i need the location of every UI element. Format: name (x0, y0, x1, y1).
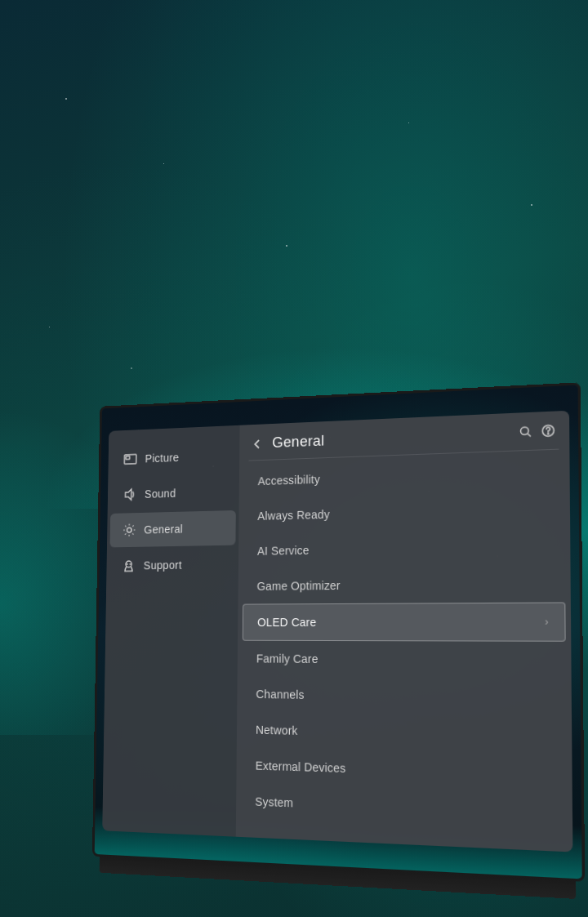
nav-item-general[interactable]: General (110, 510, 236, 547)
submenu-label-game-optimizer: Game Optimizer (257, 579, 341, 593)
sound-icon (122, 487, 137, 502)
svg-line-8 (528, 433, 531, 436)
tv-screen: Picture Sound General (92, 382, 585, 882)
submenu-label-external-devices: Extermal Devices (256, 759, 346, 775)
chevron-right-icon: › (545, 616, 549, 628)
submenu-family-care[interactable]: Family Care (242, 641, 566, 679)
submenu-channels[interactable]: Channels (242, 676, 566, 718)
nav-item-picture[interactable]: Picture (111, 438, 237, 477)
nav-label-general: General (144, 523, 183, 536)
nav-label-picture: Picture (145, 452, 180, 465)
submenu-label-system: System (255, 795, 293, 810)
svg-rect-1 (126, 456, 130, 460)
svg-point-7 (521, 426, 529, 434)
submenu-list: Accessibility Always Ready AI Service Ga… (236, 449, 573, 852)
svg-marker-2 (125, 489, 131, 500)
right-panel-general: General (236, 411, 573, 852)
svg-point-10 (548, 433, 549, 434)
general-icon (122, 522, 136, 537)
nav-item-support[interactable]: Support (109, 547, 236, 583)
header-icons (519, 423, 555, 441)
submenu-oled-care[interactable]: OLED Care › (243, 602, 566, 641)
search-button[interactable] (519, 425, 532, 442)
nav-label-sound: Sound (145, 487, 176, 500)
submenu-label-accessibility: Accessibility (258, 473, 320, 487)
submenu-game-optimizer[interactable]: Game Optimizer (243, 564, 565, 603)
svg-point-3 (127, 527, 132, 532)
submenu-ai-service[interactable]: AI Service (243, 527, 565, 569)
panel-title: General (272, 425, 510, 452)
svg-point-4 (126, 561, 131, 568)
submenu-label-ai-service: AI Service (257, 544, 310, 558)
help-button[interactable] (541, 423, 555, 440)
submenu-label-oled-care: OLED Care (257, 616, 316, 629)
nav-label-support: Support (144, 559, 182, 572)
submenu-label-family-care: Family Care (256, 652, 318, 665)
submenu-label-network: Network (256, 723, 298, 737)
back-button[interactable] (251, 436, 265, 451)
submenu-label-channels: Channels (256, 688, 304, 701)
picture-icon (122, 452, 137, 467)
support-icon (121, 558, 136, 573)
left-nav-panel: Picture Sound General (102, 425, 239, 837)
submenu-label-always-ready: Always Ready (257, 508, 329, 523)
nav-item-sound[interactable]: Sound (110, 474, 236, 513)
tv-frame: Picture Sound General (92, 382, 585, 882)
menu-overlay: Picture Sound General (102, 411, 572, 852)
